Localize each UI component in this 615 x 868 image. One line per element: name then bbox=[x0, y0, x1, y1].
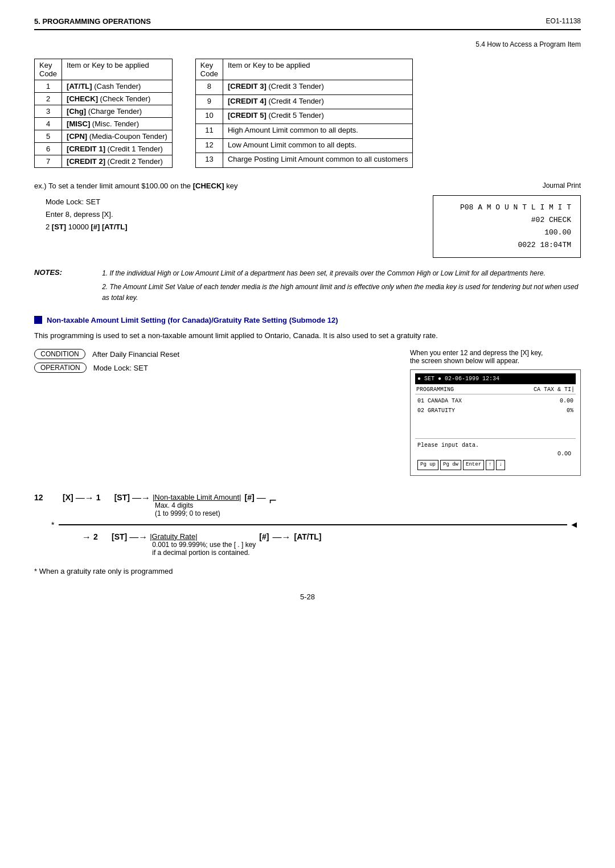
col-key-code-left: KeyCode bbox=[35, 59, 62, 80]
operation-row: OPERATION Mode Lock: SET bbox=[34, 363, 399, 373]
notes-row: NOTES: 1. If the individual High or Low … bbox=[34, 268, 581, 306]
screen-button[interactable]: Pg dw bbox=[440, 460, 461, 470]
journal-line: P08 A M O U N T L I M I T bbox=[442, 201, 571, 214]
key-code-cell: 3 bbox=[35, 105, 62, 118]
page-header: 5. PROGRAMMING OPERATIONS EO1-11138 bbox=[34, 17, 581, 30]
notes-content: 1. If the individual High or Low Amount … bbox=[102, 268, 581, 306]
screen-bottom-value: O.OO bbox=[415, 450, 576, 458]
flow-arrow5: —→ bbox=[129, 532, 147, 542]
condition-right-text1: When you enter 12 and depress the [X] ke… bbox=[410, 349, 581, 365]
table-row: 7[CREDIT 2] (Credit 2 Tender) bbox=[35, 155, 173, 168]
item-cell: [CREDIT 2] (Credit 2 Tender) bbox=[62, 155, 173, 168]
table-row: 1[AT/TL] (Cash Tender) bbox=[35, 80, 173, 93]
screen-button[interactable]: Enter bbox=[463, 460, 484, 470]
example-row: ex.) To set a tender limit amount $100.0… bbox=[34, 182, 581, 258]
col-item-right: Item or Key to be applied bbox=[223, 59, 412, 80]
table-row: 6[CREDIT 1] (Credit 1 Tender) bbox=[35, 143, 173, 155]
key-table-left: KeyCode Item or Key to be applied 1[AT/T… bbox=[34, 59, 173, 168]
note-item: 2. The Amount Limit Set Value of each te… bbox=[102, 282, 581, 303]
table-row: 13Charge Posting Limit Amount common to … bbox=[195, 153, 413, 168]
condition-right: When you enter 12 and depress the [X] ke… bbox=[410, 349, 581, 476]
key-code-cell: 1 bbox=[35, 80, 62, 93]
flow-key1: 12 bbox=[34, 493, 63, 502]
subheader-text: 5.4 How to Access a Program Item bbox=[475, 40, 581, 48]
header-section-title: 5. PROGRAMMING OPERATIONS bbox=[34, 17, 151, 26]
item-cell: [CREDIT 4] (Credit 4 Tender) bbox=[223, 94, 412, 109]
journal-box: P08 A M O U N T L I M I T#02 CHECK 100.0… bbox=[433, 195, 581, 258]
table-row: 5[CPN] (Media-Coupon Tender) bbox=[35, 130, 173, 143]
condition-badge: CONDITION bbox=[34, 349, 85, 359]
item-cell: Low Amount Limit common to all depts. bbox=[223, 138, 412, 153]
flow-line1: 12 [X] —→ 1 [ST] —→ |Non-taxable Limit A… bbox=[34, 493, 581, 517]
screen-button[interactable]: ↓ bbox=[496, 460, 505, 470]
flow-bold1: [X] bbox=[63, 493, 73, 502]
item-cell: [CPN] (Media-Coupon Tender) bbox=[62, 130, 173, 143]
flow-arrow6: —→ bbox=[272, 532, 290, 542]
flow-subtext2: (1 to 9999; 0 to reset) bbox=[155, 509, 241, 517]
flow-hash2: [#] bbox=[259, 532, 269, 541]
screen-bottom: Please input data.O.OO bbox=[415, 438, 576, 458]
section-heading: Non-taxable Amount Limit Setting (for Ca… bbox=[34, 316, 581, 324]
flow-arrow4: → bbox=[82, 532, 91, 542]
item-cell: [CREDIT 3] (Credit 3 Tender) bbox=[223, 80, 412, 95]
col-key-code-right: KeyCode bbox=[195, 59, 223, 80]
screen-button[interactable]: Pg up bbox=[417, 460, 438, 470]
key-code-cell: 10 bbox=[195, 109, 223, 124]
item-cell: [CREDIT 1] (Credit 1 Tender) bbox=[62, 143, 173, 155]
key-code-cell: 13 bbox=[195, 153, 223, 168]
operation-badge: OPERATION bbox=[34, 363, 87, 373]
example-intro: ex.) To set a tender limit amount $100.0… bbox=[34, 182, 376, 190]
flow-key2: 1 bbox=[96, 493, 113, 502]
item-cell: [CREDIT 5] (Credit 5 Tender) bbox=[223, 109, 412, 124]
flow-arrow1: —→ bbox=[76, 493, 94, 503]
item-cell: High Amount Limit common to all depts. bbox=[223, 124, 412, 138]
flow-back-row: * ◄ bbox=[51, 520, 581, 530]
section-title: Non-taxable Amount Limit Setting (for Ca… bbox=[47, 316, 338, 324]
flow-attl: [AT/TL] bbox=[294, 532, 321, 541]
flow-arrow3: — bbox=[257, 493, 266, 503]
flow-subtext4: if a decimal portion is contained. bbox=[152, 549, 256, 557]
table-row: 8[CREDIT 3] (Credit 3 Tender) bbox=[195, 80, 413, 95]
screen-button-row: Pg upPg dwEnter↑↓ bbox=[415, 458, 576, 472]
key-code-cell: 11 bbox=[195, 124, 223, 138]
item-cell: [MISC] (Misc. Tender) bbox=[62, 118, 173, 130]
flow-key3: 2 bbox=[93, 532, 110, 541]
flow-subtext1: Max. 4 digits bbox=[155, 501, 241, 509]
table-row: 9[CREDIT 4] (Credit 4 Tender) bbox=[195, 94, 413, 109]
screen-button[interactable]: ↑ bbox=[486, 460, 494, 470]
table-row: 10[CREDIT 5] (Credit 5 Tender) bbox=[195, 109, 413, 124]
table-row: 4[MISC] (Misc. Tender) bbox=[35, 118, 173, 130]
flow-box2: |Gratuity Rate| 0.001 to 99.999%; use th… bbox=[150, 532, 256, 557]
table-row: 12Low Amount Limit common to all depts. bbox=[195, 138, 413, 153]
flow-bold2: [ST] bbox=[114, 493, 130, 502]
journal-line: 0022 18:04TM bbox=[442, 239, 571, 252]
section-desc: This programming is used to set a non-ta… bbox=[34, 330, 581, 342]
item-cell: [Chg] (Charge Tender) bbox=[62, 105, 173, 118]
key-table-right: KeyCode Item or Key to be applied 8[CRED… bbox=[195, 59, 413, 168]
notes-section: NOTES: 1. If the individual High or Low … bbox=[34, 268, 581, 306]
condition-text: After Daily Financial Reset bbox=[92, 350, 179, 359]
journal-label: Journal Print bbox=[387, 182, 581, 190]
notes-title: NOTES: bbox=[34, 268, 62, 306]
table-row: 3[Chg] (Charge Tender) bbox=[35, 105, 173, 118]
flow-diagram: 12 [X] —→ 1 [ST] —→ |Non-taxable Limit A… bbox=[34, 487, 581, 562]
mode-text: Mode Lock: SETEnter 8, depress [X].2 [ST… bbox=[46, 196, 376, 233]
flow-bold3: [ST] bbox=[112, 532, 127, 541]
journal-line: 100.00 bbox=[442, 227, 571, 239]
asterisk-note: * When a gratuity rate only is programme… bbox=[34, 567, 581, 575]
table-row: 11High Amount Limit common to all depts. bbox=[195, 124, 413, 138]
operation-text: Mode Lock: SET bbox=[93, 364, 148, 372]
flow-box1: |Non-taxable Limit Amount| Max. 4 digits… bbox=[153, 493, 241, 517]
flow-arrow2: —→ bbox=[132, 493, 150, 503]
screen-bottom-text: Please input data. bbox=[415, 441, 576, 450]
key-tables-container: KeyCode Item or Key to be applied 1[AT/T… bbox=[34, 59, 581, 168]
key-code-cell: 12 bbox=[195, 138, 223, 153]
table-row: 2[CHECK] (Check Tender) bbox=[35, 93, 173, 105]
page-number: 5-28 bbox=[34, 593, 581, 601]
condition-screen-row: CONDITION After Daily Financial Reset OP… bbox=[34, 349, 581, 476]
subheader: 5.4 How to Access a Program Item bbox=[34, 40, 581, 48]
example-left: ex.) To set a tender limit amount $100.0… bbox=[34, 182, 376, 233]
key-code-cell: 9 bbox=[195, 94, 223, 109]
key-code-cell: 8 bbox=[195, 80, 223, 95]
screen-subheader: PROGRAMMINGCA TAX & TI| bbox=[415, 385, 576, 394]
